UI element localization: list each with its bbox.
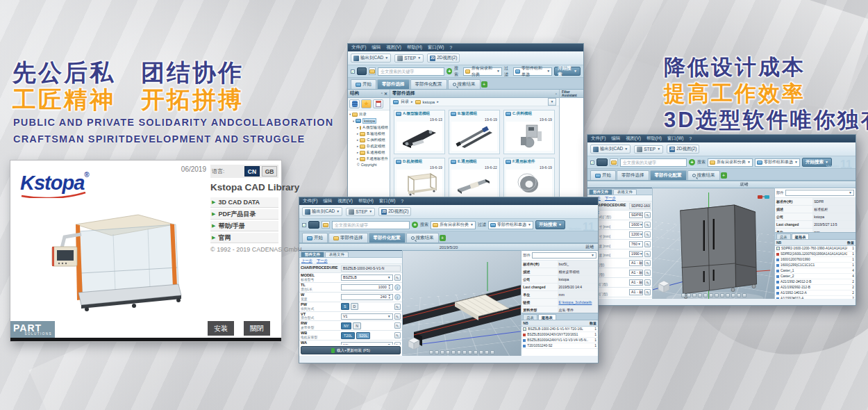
tab-part-file[interactable]: 部件文件 xyxy=(301,252,324,257)
search-mode-button[interactable] xyxy=(308,221,319,229)
search-folder-button[interactable] xyxy=(369,67,376,75)
tab-search-results[interactable]: 搜索结果 xyxy=(448,79,481,89)
filter-scope-select[interactable]: 零部件组和单选▼ xyxy=(755,158,800,167)
edit-button[interactable]: ✎ xyxy=(394,274,401,281)
search-scope-select[interactable]: 所有目录和分类▼ xyxy=(431,221,476,229)
toggle-option[interactable]: N xyxy=(353,322,361,329)
length-stepper[interactable]: 1000▲▼ xyxy=(341,284,393,290)
viewport-toolbar[interactable] xyxy=(429,350,494,354)
navigation-cube[interactable] xyxy=(657,279,671,293)
menu-help[interactable]: 帮助(H) xyxy=(407,44,422,51)
tab-spec-table[interactable]: 规格表 xyxy=(538,314,556,320)
edit-button[interactable]: ✎ xyxy=(394,332,401,338)
model-select[interactable]: BSZ5LB▼ xyxy=(341,274,393,281)
tab-search-results[interactable]: 搜索结果 xyxy=(406,233,439,243)
close-button[interactable]: 關閉 xyxy=(244,321,270,336)
tree-item[interactable]: ▸D.机架模组 xyxy=(348,143,390,149)
menu-window[interactable]: 窗口(W) xyxy=(667,136,683,142)
bom-row[interactable]: A21/1992-2#012-2-B2 xyxy=(775,279,856,285)
catalog-tile[interactable]: D.机架模组 19-6-19 xyxy=(394,158,445,202)
tree-item-root[interactable]: ▾目录 xyxy=(348,111,390,117)
catalog-tile[interactable]: B.输送模组 19-6-19 xyxy=(449,110,500,154)
toggle-option[interactable]: NY xyxy=(341,322,351,329)
tab-part-selection[interactable]: 零部件选择 xyxy=(377,79,410,89)
start-search-button[interactable]: 开始搜索▼ xyxy=(802,158,832,167)
language-cn-button[interactable]: CN xyxy=(244,166,260,177)
edit-button[interactable]: ✎ xyxy=(394,304,401,310)
bom-row[interactable]: Caster_24 xyxy=(775,274,856,279)
width-select[interactable]: 1200▼ xyxy=(629,231,643,238)
viewport-3d[interactable] xyxy=(403,251,521,356)
bom-row[interactable]: T20/10S1240-S21 xyxy=(521,343,598,349)
toggle-option[interactable]: D xyxy=(351,303,359,310)
menu-edit[interactable]: 编辑 xyxy=(611,136,620,142)
next-step-link[interactable]: 下一步 xyxy=(317,259,328,263)
tab-part-configuration[interactable]: 零部件化配置 xyxy=(410,79,447,89)
door-a2-select[interactable]: A1 - 标准门(-曲线正角)▼ xyxy=(629,270,643,276)
view-2d-button[interactable]: 2D2D视图(2) xyxy=(427,54,460,63)
tab-part-configuration[interactable]: 零部件化配置 xyxy=(369,233,406,243)
fulltext-search-input[interactable] xyxy=(620,158,687,167)
view-2d-button[interactable]: 2D2D视图(2) xyxy=(378,207,411,216)
bom-row[interactable]: A1/1992-1#012-A2 xyxy=(775,290,856,296)
menu-window[interactable]: 窗口(W) xyxy=(379,198,395,204)
datalib-link[interactable]: E:\kstopa_3cd\datalib xyxy=(558,299,598,306)
3d-glasses-icon[interactable] xyxy=(758,194,770,200)
tab-start[interactable]: 开始 xyxy=(590,170,616,180)
motor-mount-select[interactable]: 16L▼ xyxy=(341,342,393,345)
menu-file[interactable]: 文件(F) xyxy=(591,136,606,142)
view-2d-button[interactable]: 2D2D视图(2) xyxy=(667,145,699,154)
door-a1-select[interactable]: A1 - 标准门(-曲线正角)▼ xyxy=(629,260,643,266)
bom-row[interactable]: BSZ5LB1000A2ANYV1-V2-V3-V4-V5-N..1 xyxy=(521,338,598,343)
plus-icon[interactable]: + xyxy=(446,68,452,74)
tab-spec-table[interactable]: 规格表 xyxy=(792,233,810,239)
format-step-button[interactable]: STEP▼ xyxy=(634,145,663,154)
breadcrumb-root[interactable]: 目录 xyxy=(401,99,409,105)
format-step-button[interactable]: STEP▼ xyxy=(394,54,424,63)
tab-part-configuration[interactable]: 零部件化配置 xyxy=(650,170,687,180)
export-cad-button[interactable]: 输出到CAD▼ xyxy=(590,145,631,154)
height-select[interactable]: 760▼ xyxy=(629,241,643,247)
language-gb-button[interactable]: GB xyxy=(262,166,277,177)
tab-start[interactable]: 开始 xyxy=(302,233,328,243)
start-search-button[interactable]: 开始搜索▼ xyxy=(535,220,565,229)
bom-row[interactable]: A21/1992992-212-B2 xyxy=(775,285,856,290)
fulltext-search-input[interactable] xyxy=(332,221,410,229)
edit-button[interactable]: ✎ xyxy=(394,313,401,320)
menu-file[interactable]: 文件(F) xyxy=(351,44,366,51)
bom-row[interactable]: A1/1992#012-A2 xyxy=(775,296,856,299)
edit-button[interactable]: ✎ xyxy=(644,289,651,295)
search-mode-button[interactable] xyxy=(357,67,367,75)
tab-search-results[interactable]: 搜索结果 xyxy=(687,170,720,180)
filter-scope-select[interactable]: 零部件组和单选▼ xyxy=(513,67,552,76)
search-folder-button[interactable] xyxy=(610,158,618,166)
search-checkbox[interactable]: ✓ xyxy=(302,223,306,227)
history-button[interactable] xyxy=(373,99,383,108)
menu-official-site[interactable]: ▶官网 xyxy=(210,233,278,243)
info-icon[interactable]: i xyxy=(394,294,401,300)
next-step-link[interactable]: 下一步 xyxy=(605,196,616,201)
toggle-option[interactable]: T20L xyxy=(341,332,355,339)
tab-summary-table[interactable]: 总表 xyxy=(523,314,537,320)
tab-summary-table[interactable]: 总表 xyxy=(776,233,791,239)
menu-window[interactable]: 窗口(W) xyxy=(428,44,444,51)
bom-row[interactable]: SDPR2(1600L1200760)1990A1A1A1A1A1A11 xyxy=(775,252,856,257)
catalogs-button[interactable] xyxy=(349,99,360,108)
tab-part-selection[interactable]: 零部件选择 xyxy=(617,170,649,180)
tree-item[interactable]: ▸E.通用模组 xyxy=(348,149,390,156)
edit-button[interactable]: ✎ xyxy=(644,212,651,218)
bom-row[interactable]: ✓BSZ5LB-1000-240-S-V1-NY-T20-16L1 xyxy=(521,327,598,332)
length-select[interactable]: 1600▼ xyxy=(629,222,643,228)
menu-help[interactable]: 帮助(H) xyxy=(646,136,662,142)
start-search-button[interactable]: 开始搜索▼ xyxy=(554,67,581,76)
edit-button[interactable]: ✎ xyxy=(644,231,651,238)
part-select[interactable]: ▼ xyxy=(785,190,854,196)
info-icon[interactable]: i xyxy=(394,284,401,290)
edit-button[interactable]: ✎ xyxy=(394,322,401,329)
total-height-select[interactable]: 1990▼ xyxy=(629,251,643,257)
catalog-tile[interactable]: E.通用模组 19-6-22 xyxy=(449,158,500,202)
menu-question[interactable]: ? xyxy=(401,199,403,204)
export-cad-button[interactable]: 输出到CAD▼ xyxy=(351,54,391,63)
menu-help[interactable]: 帮助(H) xyxy=(358,198,374,204)
menu-question[interactable]: ? xyxy=(449,45,452,50)
